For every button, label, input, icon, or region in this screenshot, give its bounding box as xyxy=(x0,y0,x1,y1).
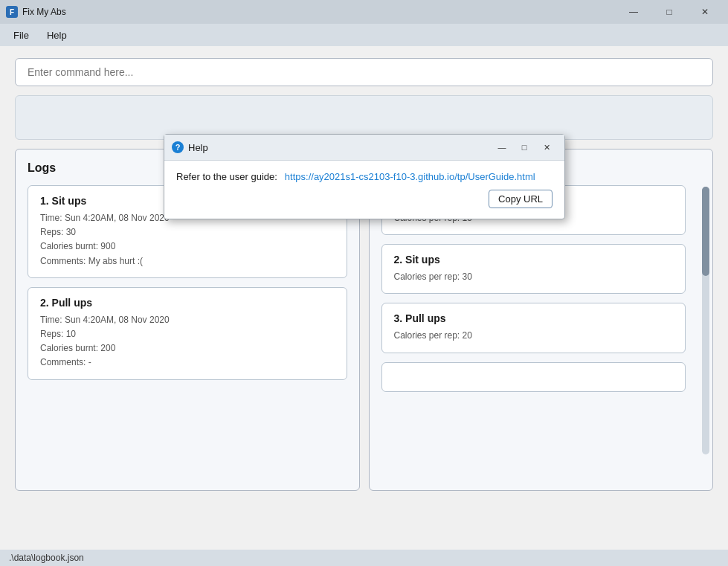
menu-help[interactable]: Help xyxy=(39,27,74,44)
log-card-1-comments: Comments: My abs hurt :( xyxy=(40,254,335,268)
exercise-card-4-partial xyxy=(381,362,686,392)
log-card-2-index: 2. xyxy=(40,297,52,309)
exercises-scrollbar[interactable] xyxy=(702,187,709,454)
exercise-card-3-index: 3. xyxy=(394,312,406,324)
dialog-url-link[interactable]: https://ay2021s1-cs2103-f10-3.github.io/… xyxy=(285,171,535,182)
dialog-close-button[interactable]: ✕ xyxy=(536,139,557,155)
log-card-1-calories: Calories burnt: 900 xyxy=(40,239,335,254)
dialog-minimize-button[interactable]: — xyxy=(492,139,512,155)
dialog-content: Refer to the user guide: https://ay2021s… xyxy=(164,161,564,219)
exercises-scrollbar-thumb[interactable] xyxy=(702,187,709,276)
exercise-card-2-calories: Calories per rep: 30 xyxy=(394,270,674,284)
dialog-title-text: Help xyxy=(188,142,208,153)
log-card-2: 2. Pull ups Time: Sun 4:20AM, 08 Nov 202… xyxy=(28,287,347,380)
dialog-maximize-button[interactable]: □ xyxy=(514,139,535,155)
menu-file[interactable]: File xyxy=(6,27,36,44)
log-card-1-details: Time: Sun 4:20AM, 08 Nov 2020 Reps: 30 C… xyxy=(40,211,335,268)
exercise-card-3-calories: Calories per rep: 20 xyxy=(394,329,674,343)
title-bar-controls: — □ ✕ xyxy=(616,0,722,24)
help-icon: ? xyxy=(172,141,184,153)
title-bar: F Fix My Abs — □ ✕ xyxy=(0,0,728,24)
exercise-card-3-name: Pull ups xyxy=(405,312,445,324)
log-card-2-details: Time: Sun 4:20AM, 08 Nov 2020 Reps: 10 C… xyxy=(40,313,335,370)
app-icon: F xyxy=(6,6,18,18)
log-card-1-reps: Reps: 30 xyxy=(40,225,335,239)
log-card-2-time: Time: Sun 4:20AM, 08 Nov 2020 xyxy=(40,313,335,327)
exercise-card-2: 2. Sit ups Calories per rep: 30 xyxy=(381,244,686,294)
log-card-1-index: 1. xyxy=(40,195,52,207)
copy-url-button[interactable]: Copy URL xyxy=(489,190,553,208)
maximize-button[interactable]: □ xyxy=(652,0,686,24)
exercise-card-3: 3. Pull ups Calories per rep: 20 xyxy=(381,303,686,353)
log-card-2-comments: Comments: - xyxy=(40,356,335,370)
info-bar xyxy=(15,95,713,140)
dialog-title-bar: ? Help — □ ✕ xyxy=(164,135,564,161)
exercise-card-2-index: 2. xyxy=(394,254,406,266)
app-title: Fix My Abs xyxy=(22,7,66,17)
main-content: Logs 1. Sit ups Time: Sun 4:20AM, 08 Nov… xyxy=(0,46,728,503)
dialog-controls: — □ ✕ xyxy=(492,139,557,155)
dialog-title-left: ? Help xyxy=(172,141,208,153)
log-card-2-name: Pull ups xyxy=(52,297,92,309)
log-card-1-name: Sit ups xyxy=(52,195,87,207)
minimize-button[interactable]: — xyxy=(616,0,651,24)
log-card-2-calories: Calories burnt: 200 xyxy=(40,341,335,356)
log-card-2-reps: Reps: 10 xyxy=(40,327,335,341)
status-bar: .\data\logbook.json xyxy=(0,550,728,566)
title-bar-left: F Fix My Abs xyxy=(6,6,66,18)
log-card-2-title: 2. Pull ups xyxy=(40,297,335,309)
status-text: .\data\logbook.json xyxy=(9,553,84,563)
dialog-text: Refer to the user guide: xyxy=(176,171,277,182)
help-dialog: ? Help — □ ✕ Refer to the user guide: ht… xyxy=(164,134,565,219)
menu-bar: File Help xyxy=(0,24,728,46)
close-button[interactable]: ✕ xyxy=(688,0,722,24)
exercise-card-2-title: 2. Sit ups xyxy=(394,254,674,266)
command-input[interactable] xyxy=(15,58,713,86)
exercise-card-2-name: Sit ups xyxy=(405,254,440,266)
exercise-card-3-title: 3. Pull ups xyxy=(394,312,674,324)
